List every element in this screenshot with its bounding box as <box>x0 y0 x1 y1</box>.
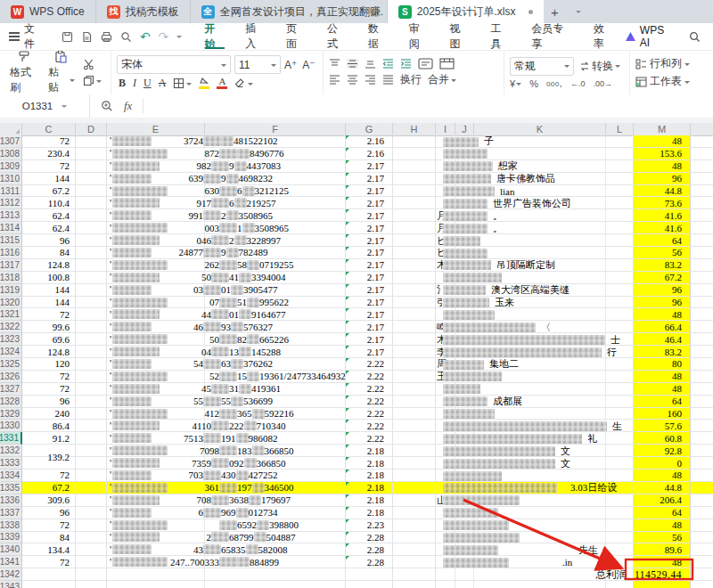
row-header[interactable]: 1309 <box>0 160 22 173</box>
cell-C[interactable]: 134.4 <box>22 543 76 556</box>
cell-C[interactable]: 96 <box>22 396 76 408</box>
borders-button[interactable] <box>173 78 192 89</box>
cell-EF-zone[interactable]: '63063212125 <box>107 185 346 198</box>
cell-EF-zone[interactable]: '04623228997 <box>107 234 346 247</box>
cell-M[interactable]: 83.2 <box>634 346 691 358</box>
cell-C[interactable]: 139.2 <box>22 445 76 457</box>
cell-C[interactable]: 86.4 <box>22 420 76 432</box>
row-header[interactable]: 1326 <box>0 371 22 383</box>
cell-G[interactable]: 2.17 <box>346 259 393 272</box>
cell-C[interactable]: 72 <box>22 556 76 568</box>
cell-G[interactable]: 2.18 <box>346 470 393 482</box>
document-tab-2[interactable]: 全 全网首发设计项目，真正实现翻赚. <box>191 0 388 23</box>
cell-N[interactable] <box>691 371 713 383</box>
cell-N[interactable] <box>691 197 713 209</box>
cell-M[interactable]: 60.8 <box>634 432 691 445</box>
cell-N[interactable] <box>691 581 713 588</box>
cell-EF-zone[interactable]: '50413394004 <box>107 272 346 284</box>
cell-C[interactable]: 62.4 <box>22 209 76 222</box>
cell-M[interactable]: 73.6 <box>634 197 691 209</box>
cell-D[interactable] <box>76 259 107 272</box>
cell-H[interactable] <box>393 371 436 383</box>
cell-IJKL-zone[interactable]: 总利润 <box>436 568 634 581</box>
cell-EF-zone[interactable]: '0413145288 <box>107 346 346 358</box>
cell-D[interactable] <box>76 197 107 209</box>
cell-D[interactable] <box>76 457 107 470</box>
cell-G[interactable]: 2.17 <box>346 346 393 358</box>
cell-EF-zone[interactable]: '99123508965 <box>107 209 346 222</box>
new-tab-button[interactable]: + <box>544 0 567 23</box>
cell-G[interactable]: 2.17 <box>346 284 393 297</box>
cell-IJKL-zone[interactable]: 想家 <box>436 160 634 173</box>
cell-D[interactable] <box>76 148 107 160</box>
cell-M[interactable]: 80 <box>634 358 691 371</box>
cell-C[interactable]: 240 <box>22 408 76 421</box>
strikethrough-button[interactable]: A <box>159 77 167 90</box>
cell-EF-zone[interactable]: '00313508965 <box>107 222 346 234</box>
cell-G[interactable]: 2.17 <box>346 234 393 247</box>
cell-G[interactable]: 2.17 <box>346 222 393 234</box>
col-header-G[interactable]: G <box>346 123 393 135</box>
cell-G[interactable]: 2.17 <box>346 272 393 284</box>
cell-H[interactable] <box>393 519 436 532</box>
merge-cells-icon[interactable] <box>439 58 455 69</box>
row-header[interactable]: 1327 <box>0 383 22 396</box>
col-header-K[interactable]: K <box>474 123 606 135</box>
cell-D[interactable] <box>76 160 107 173</box>
cell-G[interactable]: 2.16 <box>346 135 393 148</box>
cell-M[interactable]: 57.6 <box>634 420 691 432</box>
cell-D[interactable] <box>76 284 107 297</box>
cell-D[interactable] <box>76 222 107 234</box>
col-header-J[interactable]: J <box>455 123 474 135</box>
cell-EF-zone[interactable]: '5555536699 <box>107 396 346 408</box>
cell-H[interactable] <box>393 507 436 519</box>
font-size-select[interactable]: 11 <box>234 55 281 74</box>
cell-IJKL-zone[interactable]: lian <box>436 185 634 198</box>
increase-indent-icon[interactable] <box>400 59 412 69</box>
cell-C[interactable]: 69.6 <box>22 333 76 346</box>
row-header[interactable]: 1315 <box>0 234 22 247</box>
decrease-font-button[interactable]: A⁻ <box>302 59 315 71</box>
cell-IJKL-zone[interactable]: 周集地二 <box>436 358 634 371</box>
cell-M[interactable]: 48 <box>634 556 691 568</box>
cell-H[interactable] <box>393 197 436 209</box>
cell-G[interactable]: 2.17 <box>346 247 393 259</box>
cell-H[interactable] <box>393 568 436 581</box>
cell-M[interactable]: 66.4 <box>634 321 691 333</box>
cell-IJKL-zone[interactable] <box>436 308 634 321</box>
col-header-N-partial[interactable] <box>691 123 713 135</box>
align-middle-icon[interactable] <box>347 59 358 69</box>
tab-review[interactable]: 审阅 <box>399 23 440 50</box>
cell-N[interactable] <box>691 247 713 259</box>
cell-M[interactable]: 96 <box>634 297 691 309</box>
format-painter-button[interactable]: 格式刷 <box>5 51 44 95</box>
cell-H[interactable] <box>393 408 436 421</box>
cell-D[interactable] <box>76 519 107 532</box>
cell-EF-zone[interactable]: '7359092366850 <box>107 457 346 470</box>
cell-H[interactable] <box>393 185 436 198</box>
row-header[interactable]: 1330 <box>0 420 22 432</box>
cell-N[interactable] <box>691 494 713 507</box>
cell-IJKL-zone[interactable]: 鸣〈 <box>436 321 634 333</box>
cell-N[interactable] <box>691 222 713 234</box>
row-header[interactable]: 1313 <box>0 209 22 222</box>
cell-C[interactable] <box>22 568 76 581</box>
fx-icon[interactable]: fx <box>124 99 132 113</box>
tab-formula[interactable]: 公式 <box>317 23 358 50</box>
row-header[interactable]: 1340 <box>0 543 22 556</box>
cell-IJKL-zone[interactable]: 唐卡佛教饰品 <box>436 173 634 185</box>
cell-M[interactable]: 67.2 <box>634 272 691 284</box>
cell-C[interactable]: 144 <box>22 297 76 309</box>
row-header[interactable]: 1307 <box>0 135 22 148</box>
search-icon[interactable] <box>689 31 701 43</box>
clear-format-button[interactable] <box>234 78 253 88</box>
cell-D[interactable] <box>76 408 107 421</box>
align-top-icon[interactable] <box>329 59 340 69</box>
cell-M[interactable]: 48 <box>634 135 691 148</box>
cell-D[interactable] <box>76 568 107 581</box>
cell-IJKL-zone[interactable]: 礼 <box>436 432 634 445</box>
cell-G[interactable]: 2.18 <box>346 445 393 457</box>
cell-IJKL-zone[interactable]: 木士 <box>436 333 634 346</box>
row-header[interactable]: 1331 <box>0 432 22 445</box>
cell-M[interactable]: 96 <box>634 173 691 185</box>
